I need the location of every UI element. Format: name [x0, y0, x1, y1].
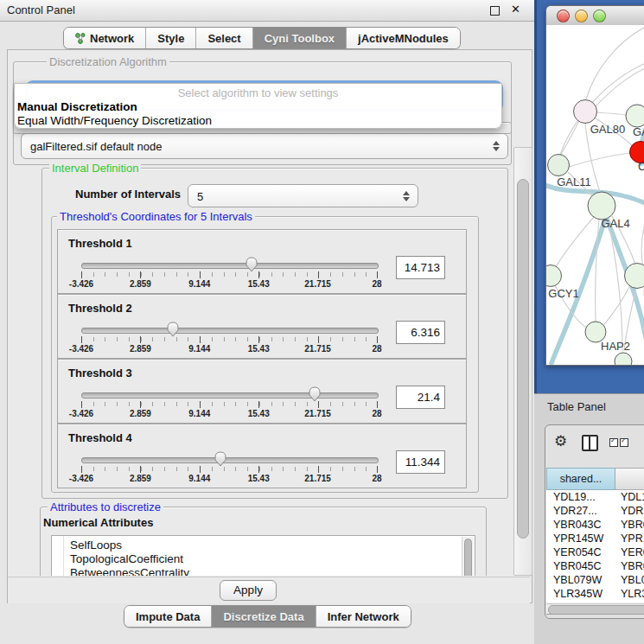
combo-value: galFiltered.sif default node: [30, 140, 162, 153]
dropdown-option-equal-width[interactable]: Equal Width/Frequency Discretization: [17, 114, 212, 127]
slider-track[interactable]: [81, 392, 379, 399]
dropdown-option-manual[interactable]: Manual Discretization: [17, 100, 137, 113]
slider-thumb[interactable]: [308, 386, 322, 403]
network-canvas[interactable]: GAL80 GA C GAL11 GAL4 GCY1 H HAP2: [546, 25, 644, 365]
num-intervals-label: Number of Intervals: [75, 188, 181, 201]
list-item[interactable]: BetweennessCentrality: [52, 566, 475, 576]
threshold-4-panel: Threshold 4 -3.426 2.859 9.144 15.43 21.…: [57, 424, 467, 488]
checkbox-icon[interactable]: [620, 438, 628, 447]
gear-icon[interactable]: ⚙: [554, 432, 567, 450]
node-label: GCY1: [548, 287, 578, 300]
group-title: Interval Definition: [49, 162, 141, 175]
tab-discretize-data[interactable]: Discretize Data: [211, 606, 315, 627]
spinner-arrows-icon: [403, 191, 410, 201]
column-header-name[interactable]: na: [615, 468, 644, 490]
node-gal80[interactable]: [574, 100, 597, 124]
node-gal11[interactable]: [548, 155, 570, 176]
tab-select[interactable]: Select: [195, 28, 252, 48]
threshold-value-field[interactable]: 6.316: [396, 321, 445, 344]
table-row[interactable]: YBR045CYBR0: [546, 559, 644, 573]
control-panel-titlebar: Control Panel ✕: [0, 0, 534, 22]
tick-label: 15.43: [248, 279, 270, 289]
table-data-combo[interactable]: galFiltered.sif default node: [21, 133, 508, 159]
right-strip: GAL80 GA C GAL11 GAL4 GCY1 H HAP2 Table …: [534, 0, 644, 644]
panel-scrollbar[interactable]: [513, 147, 532, 576]
discretization-algorithm-group: Discretization Algorithm Select algorith…: [13, 61, 512, 134]
slider-minor-ticks: [81, 402, 378, 406]
spinner-arrows-icon: [493, 141, 500, 151]
tab-label: Impute Data: [136, 610, 200, 623]
list-scrollbar[interactable]: [462, 537, 474, 576]
tick-label: -3.426: [69, 409, 93, 418]
tick-label: 21.715: [304, 409, 331, 418]
tab-label: Discretize Data: [223, 610, 303, 623]
network-view-frame: GAL80 GA C GAL11 GAL4 GCY1 H HAP2: [534, 0, 644, 393]
table-row[interactable]: YPR145WYPR1: [546, 532, 644, 545]
tick-label: 9.144: [188, 474, 210, 483]
table-row[interactable]: YER054CYER0: [546, 545, 644, 559]
tick-label: 2.859: [130, 279, 151, 289]
table-row[interactable]: YDR27...YDR2: [546, 504, 644, 518]
tab-jactivemnodules[interactable]: jActiveMNodules: [346, 28, 460, 48]
slider-thumb[interactable]: [214, 450, 227, 468]
threshold-value-field[interactable]: 14.713: [396, 256, 445, 279]
slider-thumb[interactable]: [166, 321, 180, 338]
tab-label: jActiveMNodules: [358, 32, 449, 45]
tab-label: Infer Network: [328, 610, 399, 623]
slider-track[interactable]: [81, 328, 379, 334]
apply-button[interactable]: Apply: [220, 580, 277, 601]
zoom-button-mac[interactable]: [593, 10, 606, 22]
tab-cyni-toolbox[interactable]: Cyni Toolbox: [252, 28, 346, 48]
threshold-2-panel: Threshold 2 -3.426 2.859 9.144 15.43 21.…: [57, 294, 467, 359]
table-header: shared... na: [546, 468, 644, 490]
columns-icon[interactable]: [582, 435, 598, 451]
list-item[interactable]: SelfLoops: [52, 539, 475, 552]
tab-label: Network: [90, 32, 134, 45]
node-top-right[interactable]: [626, 105, 644, 127]
slider[interactable]: -3.426 2.859 9.144 15.43 21.715 28: [81, 295, 377, 358]
slider-thumb[interactable]: [245, 256, 258, 273]
slider[interactable]: -3.426 2.859 9.144 15.43 21.715 28: [81, 230, 377, 293]
slider-minor-ticks: [81, 467, 378, 471]
tab-network[interactable]: Network: [64, 28, 145, 48]
control-panel: Control Panel ✕ Network Style Select Cyn…: [0, 0, 534, 644]
node-label: C: [638, 160, 644, 173]
node-gal4[interactable]: [588, 192, 615, 220]
slider[interactable]: -3.426 2.859 9.144 15.43 21.715 28: [81, 360, 377, 423]
node-bottom-partial[interactable]: [615, 353, 632, 365]
thresholds-group: Threshold's Coordinates for 5 Intervals …: [51, 216, 479, 493]
table-window-bottom: [546, 614, 644, 619]
slider-track[interactable]: [81, 457, 379, 463]
num-intervals-combo[interactable]: 5: [188, 184, 418, 207]
dropdown-hint: Select algorithm to view settings: [15, 86, 501, 99]
tick-label: 28: [372, 409, 381, 418]
table-row[interactable]: YBL079WYBL0: [546, 573, 644, 587]
table-panel-title: Table Panel: [547, 400, 606, 413]
slider[interactable]: -3.426 2.859 9.144 15.43 21.715 28: [81, 424, 377, 488]
node-label: GAL11: [557, 175, 591, 188]
scrollbar-thumb[interactable]: [517, 179, 529, 539]
tab-infer-network[interactable]: Infer Network: [316, 606, 411, 627]
interval-definition-group: Interval Definition Number of Intervals …: [41, 168, 508, 499]
table-row[interactable]: YDL19...YDL1: [546, 490, 644, 504]
slider-track[interactable]: [81, 263, 379, 269]
close-button-mac[interactable]: [557, 10, 570, 22]
checkbox-icon[interactable]: [609, 438, 618, 447]
panel-title: Control Panel: [7, 3, 75, 16]
network-icon: [75, 33, 86, 44]
close-icon[interactable]: ✕: [511, 3, 520, 16]
node-gcy1[interactable]: [546, 265, 562, 287]
threshold-value-field[interactable]: 11.344: [396, 450, 445, 474]
threshold-value-field[interactable]: 21.4: [396, 386, 445, 409]
table-row[interactable]: YBR043CYBR0: [546, 518, 644, 532]
tick-label: 9.144: [188, 409, 210, 418]
tab-impute-data[interactable]: Impute Data: [124, 606, 211, 627]
column-header-shared-name[interactable]: shared...: [546, 468, 615, 490]
minimize-button-mac[interactable]: [575, 10, 588, 22]
screen: Control Panel ✕ Network Style Select Cyn…: [0, 0, 644, 644]
float-window-icon[interactable]: [490, 6, 500, 16]
list-item[interactable]: TopologicalCoefficient: [52, 552, 475, 566]
tick-label: 28: [372, 279, 381, 289]
tab-style[interactable]: Style: [145, 28, 195, 48]
table-row[interactable]: YLR345WYLR3: [546, 587, 644, 601]
